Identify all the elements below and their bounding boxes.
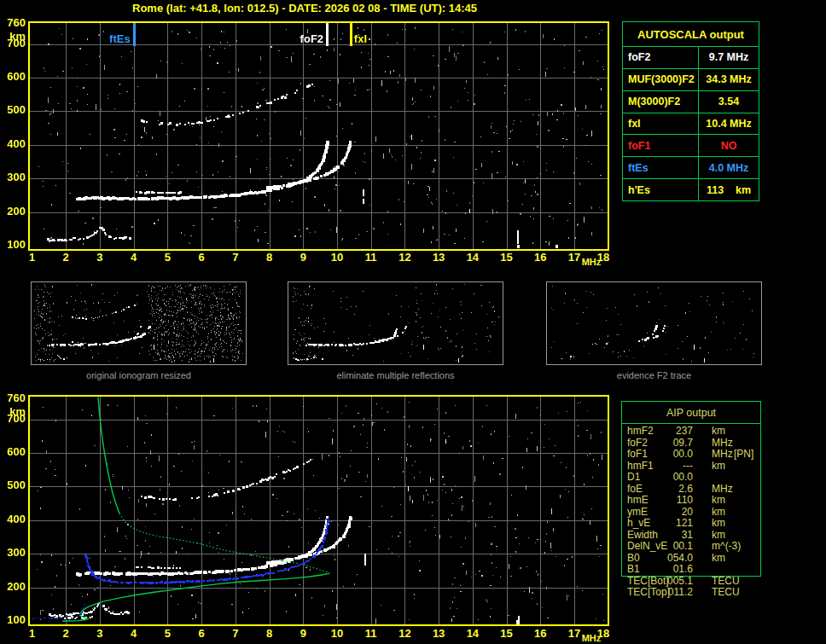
x-tick-label: 3 — [90, 252, 110, 264]
aip-param-label: foF1 — [627, 449, 648, 461]
aip-table-title: AIP output — [622, 402, 760, 424]
panel-evidence-f2-canvas — [546, 281, 762, 365]
autoscala-table-title: AUTOSCALA output — [623, 22, 759, 47]
y-tick-label: 600 — [0, 71, 26, 83]
y-tick-label: 760 — [0, 17, 26, 29]
autoscala-output-table: AUTOSCALA output foF29.7 MHzMUF(3000)F23… — [622, 21, 759, 201]
panel-caption-evidence: evidence F2 trace — [546, 370, 762, 380]
x-tick-label: 14 — [462, 628, 483, 640]
x-tick-label: 8 — [259, 628, 280, 640]
y-tick-label: 200 — [0, 206, 26, 218]
y-tick-label: 300 — [0, 171, 26, 183]
aip-param-value: 005.1 — [649, 576, 693, 588]
aip-row-foF1: foF100.0MHz[PN] — [621, 449, 792, 461]
aip-row-ymE: ymE20km — [621, 507, 792, 519]
aip-row-D1: D100.0 — [621, 472, 792, 484]
x-tick-label: 7 — [225, 628, 246, 640]
aip-row-B0: B0054.0km — [621, 553, 792, 565]
x-tick-label: 6 — [191, 252, 212, 264]
aip-param-value: 09.7 — [649, 438, 693, 450]
aip-param-value: 237 — [649, 426, 693, 438]
aip-param-unit: MHz — [712, 449, 733, 461]
autoscala-window: Rome (lat: +41.8, lon: 012.5) - DATE: 20… — [0, 0, 826, 644]
aip-param-unit: km — [712, 553, 725, 565]
autoscala-param-value: 4.0 MHz — [699, 157, 759, 178]
autoscala-param-label: foF2 — [623, 47, 699, 68]
aip-param-value: 011.2 — [649, 587, 693, 599]
marker-label-ftEs: ftEs — [96, 33, 131, 45]
y-tick-label: 200 — [0, 581, 26, 593]
autoscala-param-label: h'Es — [623, 179, 699, 200]
x-tick-label: 5 — [157, 628, 177, 640]
panel-original-ionogram-canvas — [31, 281, 247, 365]
aip-param-label: B1 — [627, 564, 640, 576]
aip-param-label: ymE — [627, 507, 648, 519]
autoscala-row-foF1: foF1NO — [623, 135, 759, 157]
autoscala-row-M(3000)F2: M(3000)F23.54 — [623, 91, 759, 113]
autoscala-param-label: ftEs — [623, 157, 699, 178]
aip-param-unit: MHz — [712, 438, 733, 450]
bottom-profile-canvas — [28, 395, 609, 626]
aip-row-foF2: foF209.7MHz — [621, 438, 792, 450]
x-axis-unit-label: MHz — [579, 256, 603, 268]
autoscala-row-h'Es: h'Es113 km — [623, 179, 759, 200]
aip-param-value: 00.0 — [649, 449, 693, 461]
x-tick-label: 6 — [191, 628, 212, 640]
x-tick-label: 12 — [394, 252, 415, 264]
autoscala-param-label: MUF(3000)F2 — [623, 69, 699, 90]
aip-param-unit: MHz — [712, 484, 733, 496]
y-tick-label: 400 — [0, 513, 26, 525]
marker-label-foF2: foF2 — [288, 33, 323, 45]
aip-row-hmF2: hmF2237km — [621, 426, 792, 438]
y-axis-unit-label: km — [0, 406, 26, 418]
y-tick-label: 400 — [0, 138, 26, 150]
x-tick-label: 16 — [530, 628, 550, 640]
y-tick-label: 600 — [0, 446, 26, 458]
autoscala-param-value: 3.54 — [699, 91, 759, 113]
aip-row-TEC[Top]: TEC[Top]011.2TECU — [621, 587, 792, 599]
x-tick-label: 2 — [55, 252, 76, 264]
x-tick-label: 11 — [361, 252, 381, 264]
autoscala-param-value: 34.3 MHz — [699, 69, 759, 90]
aip-param-note: [PN] — [734, 449, 753, 461]
aip-param-unit: km — [712, 426, 725, 438]
x-tick-label: 9 — [293, 628, 313, 640]
autoscala-param-label: foF1 — [623, 135, 699, 156]
y-tick-label: 760 — [0, 392, 26, 404]
aip-row-Ewidth: Ewidth31km — [621, 530, 792, 542]
x-tick-label: 7 — [225, 252, 246, 264]
x-tick-label: 11 — [361, 628, 381, 640]
x-tick-label: 13 — [428, 252, 449, 264]
panel-eliminate-reflections-canvas — [288, 281, 503, 365]
aip-param-value: 31 — [649, 530, 693, 542]
autoscala-row-MUF(3000)F2: MUF(3000)F234.3 MHz — [623, 69, 759, 91]
panel-caption-eliminate: eliminate multiple reflections — [288, 370, 503, 380]
aip-row-foE: foE2.6MHz — [621, 484, 792, 496]
marker-label-fxI: fxI — [354, 33, 388, 45]
aip-row-hmF1: hmF1---km — [621, 461, 792, 473]
autoscala-param-value: NO — [699, 135, 759, 156]
y-axis-unit-label: km — [0, 31, 26, 43]
autoscala-param-value: 10.4 MHz — [699, 113, 759, 135]
aip-row-hmE: hmE110km — [621, 495, 792, 507]
autoscala-param-label: M(3000)F2 — [623, 91, 699, 113]
aip-param-label: h_vE — [627, 518, 650, 530]
x-tick-label: 12 — [394, 628, 415, 640]
aip-param-unit: TECU — [712, 587, 740, 599]
aip-param-value: 121 — [649, 518, 693, 530]
x-tick-label: 14 — [462, 252, 483, 264]
autoscala-param-value: 113 km — [699, 179, 759, 200]
y-tick-label: 500 — [0, 104, 26, 116]
aip-param-unit: TECU — [712, 576, 740, 588]
aip-param-value: 054.0 — [649, 553, 693, 565]
aip-row-TEC[Bot]: TEC[Bot]005.1TECU — [621, 576, 792, 588]
aip-param-unit: km — [712, 518, 725, 530]
aip-param-unit: m^(-3) — [712, 541, 741, 553]
x-tick-label: 4 — [124, 252, 144, 264]
autoscala-row-ftEs: ftEs4.0 MHz — [623, 157, 759, 179]
x-tick-label: 10 — [327, 252, 347, 264]
y-tick-label: 300 — [0, 547, 26, 559]
aip-param-unit: km — [712, 461, 725, 473]
y-tick-label: 100 — [0, 239, 26, 251]
aip-param-label: foE — [627, 484, 643, 496]
